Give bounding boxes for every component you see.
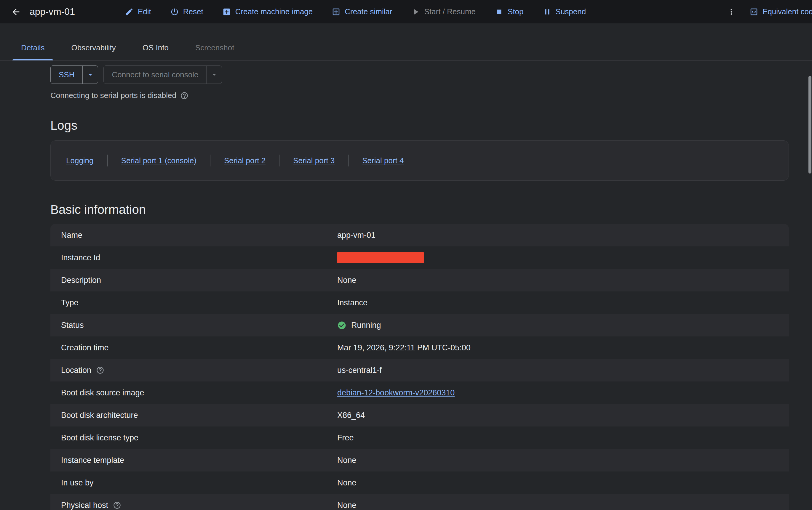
divider: [210, 155, 210, 167]
action-start-resume[interactable]: Start / Resume: [411, 7, 476, 16]
tab-details[interactable]: Details: [8, 35, 58, 60]
log-link-logging[interactable]: Logging: [66, 156, 94, 165]
row-value: Free: [337, 433, 354, 443]
row-label-text: Creation time: [61, 343, 109, 353]
value-text: us-central1-f: [337, 366, 382, 375]
plus-box-icon: [222, 7, 231, 16]
row-label: Physical host: [50, 501, 337, 510]
scrollbar-track[interactable]: [808, 0, 812, 510]
basic-info-heading: Basic information: [50, 203, 789, 217]
toolbar-actions: EditResetCreate machine imageCreate simi…: [125, 7, 586, 16]
log-link-serial-port-2[interactable]: Serial port 2: [224, 156, 265, 165]
ssh-split-button: SSH: [50, 65, 98, 84]
row-label-text: Boot disk license type: [61, 433, 138, 443]
tab-bar: DetailsObservabilityOS InfoScreenshot: [0, 35, 812, 61]
tab-observability[interactable]: Observability: [58, 35, 129, 60]
back-button[interactable]: [8, 4, 24, 20]
value-text: Mar 19, 2026, 9:22:11 PM UTC-05:00: [337, 343, 471, 353]
row-label: Instance template: [50, 456, 337, 465]
row-label: Boot disk architecture: [50, 411, 337, 420]
serial-console-dropdown-button[interactable]: [206, 66, 222, 84]
row-label: Creation time: [50, 343, 337, 353]
row-value: us-central1-f: [337, 366, 382, 375]
ssh-button[interactable]: SSH: [51, 66, 82, 84]
row-label-text: Status: [61, 321, 84, 330]
action-label: Edit: [138, 7, 151, 16]
log-link-serial-port-4[interactable]: Serial port 4: [362, 156, 404, 165]
redacted-value: [337, 252, 424, 263]
action-stop[interactable]: Stop: [495, 7, 524, 16]
row-label: In use by: [50, 478, 337, 487]
row-label-text: Location: [61, 366, 91, 375]
action-label: Reset: [183, 7, 203, 16]
row-label: Boot disk license type: [50, 433, 337, 443]
row-value: Instance: [337, 298, 368, 307]
row-value: Running: [337, 321, 381, 330]
copy-plus-icon: [331, 7, 341, 16]
row-label: Name: [50, 231, 337, 240]
row-label: Status: [50, 321, 337, 330]
value-text: X86_64: [337, 411, 365, 420]
arrow-back-icon: [11, 7, 21, 17]
action-edit[interactable]: Edit: [125, 7, 151, 16]
row-value: debian-12-bookworm-v20260310: [337, 388, 455, 397]
info-row-boot-disk-source-image: Boot disk source imagedebian-12-bookworm…: [50, 382, 789, 404]
tab-screenshot[interactable]: Screenshot: [182, 35, 248, 60]
info-row-type: TypeInstance: [50, 292, 789, 314]
value-text: None: [337, 276, 356, 285]
help-icon[interactable]: [180, 91, 188, 100]
equivalent-code-button[interactable]: Equivalent code: [750, 7, 812, 16]
info-row-instance-id: Instance Id: [50, 246, 789, 269]
scrollbar-thumb[interactable]: [808, 76, 811, 174]
row-value: app-vm-01: [337, 231, 375, 240]
action-create-machine-image[interactable]: Create machine image: [222, 7, 313, 16]
status-text: Running: [351, 321, 381, 330]
divider: [107, 155, 108, 167]
ssh-dropdown-button[interactable]: [82, 66, 98, 84]
info-row-physical-host: Physical hostNone: [50, 494, 789, 510]
serial-console-split-button: Connect to serial console: [104, 65, 222, 84]
row-label-text: In use by: [61, 478, 94, 487]
tab-label: OS Info: [143, 43, 169, 53]
connect-row: SSH Connect to serial console: [50, 65, 789, 84]
equivalent-code-label: Equivalent code: [762, 7, 812, 16]
action-create-similar[interactable]: Create similar: [331, 7, 392, 16]
row-label: Description: [50, 276, 337, 285]
value-text: app-vm-01: [337, 231, 375, 240]
action-reset[interactable]: Reset: [170, 7, 203, 16]
logs-heading: Logs: [50, 118, 789, 133]
row-value: X86_64: [337, 411, 365, 420]
action-suspend[interactable]: Suspend: [543, 7, 586, 16]
tab-label: Details: [21, 43, 45, 53]
info-row-description: DescriptionNone: [50, 269, 789, 292]
log-link-serial-port-3[interactable]: Serial port 3: [293, 156, 335, 165]
row-value: [337, 252, 424, 263]
log-link-serial-port-1-console[interactable]: Serial port 1 (console): [121, 156, 197, 165]
action-label: Start / Resume: [424, 7, 476, 16]
tab-os-info[interactable]: OS Info: [129, 35, 182, 60]
pencil-icon: [125, 7, 134, 16]
serial-console-button[interactable]: Connect to serial console: [104, 66, 206, 84]
serial-note-text: Connecting to serial ports is disabled: [50, 91, 176, 100]
row-label-text: Name: [61, 231, 82, 240]
row-value: None: [337, 456, 356, 465]
divider: [279, 155, 280, 167]
divider: [348, 155, 349, 167]
help-icon[interactable]: [113, 501, 121, 509]
action-label: Stop: [508, 7, 524, 16]
check-circle-icon: [337, 321, 346, 330]
tab-label: Observability: [71, 43, 116, 53]
row-value: None: [337, 478, 356, 487]
info-row-instance-template: Instance templateNone: [50, 449, 789, 472]
value-text: Instance: [337, 298, 368, 307]
info-row-boot-disk-architecture: Boot disk architectureX86_64: [50, 404, 789, 426]
help-icon[interactable]: [96, 366, 104, 374]
row-label-text: Description: [61, 276, 101, 285]
row-label-text: Instance Id: [61, 253, 100, 262]
more-actions-button[interactable]: [727, 7, 736, 16]
value-link[interactable]: debian-12-bookworm-v20260310: [337, 388, 455, 397]
info-row-status: StatusRunning: [50, 314, 789, 336]
chevron-down-icon: [210, 70, 219, 79]
row-label: Instance Id: [50, 253, 337, 262]
serial-note: Connecting to serial ports is disabled: [50, 91, 789, 100]
